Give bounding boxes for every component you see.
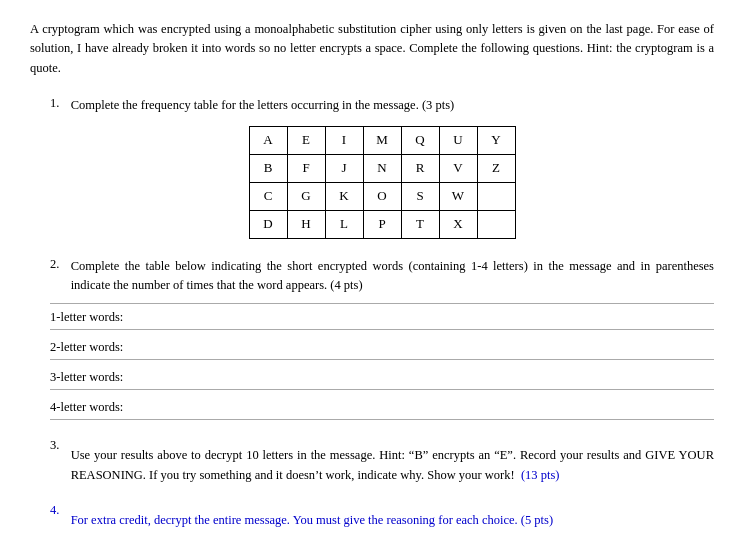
- freq-table-cell: O: [363, 182, 401, 210]
- freq-table-cell: S: [401, 182, 439, 210]
- intro-paragraph: A cryptogram which was encrypted using a…: [30, 20, 714, 78]
- q2-label: Complete the table below indicating the …: [71, 257, 714, 296]
- q3-number: 3.: [50, 438, 59, 453]
- word-row: 2-letter words:: [50, 334, 714, 360]
- freq-table-cell: E: [287, 126, 325, 154]
- freq-table-cell: C: [249, 182, 287, 210]
- freq-table-cell: M: [363, 126, 401, 154]
- freq-table-cell: Q: [401, 126, 439, 154]
- freq-table-cell: A: [249, 126, 287, 154]
- freq-table-cell: H: [287, 210, 325, 238]
- q2-number: 2.: [50, 257, 59, 272]
- freq-table-cell: [477, 210, 515, 238]
- frequency-table: AEIMQUYBFJNRVZCGKOSWDHLPTX: [249, 126, 516, 239]
- freq-table-cell: K: [325, 182, 363, 210]
- word-row-label: 3-letter words:: [50, 370, 180, 385]
- q3-text-black: Use your results above to decrypt 10 let…: [71, 448, 714, 481]
- freq-table-cell: N: [363, 154, 401, 182]
- freq-table-cell: J: [325, 154, 363, 182]
- word-row-label: 1-letter words:: [50, 310, 180, 325]
- q4-number: 4.: [50, 503, 59, 518]
- freq-table-cell: R: [401, 154, 439, 182]
- freq-table-cell: [477, 182, 515, 210]
- word-table-section: 1-letter words:2-letter words:3-letter w…: [50, 303, 714, 420]
- q3-label: Use your results above to decrypt 10 let…: [71, 446, 714, 485]
- question-3: 3. Use your results above to decrypt 10 …: [50, 438, 714, 485]
- freq-table-cell: T: [401, 210, 439, 238]
- q3-text-blue: (13 pts): [521, 468, 560, 482]
- freq-table-cell: I: [325, 126, 363, 154]
- freq-table-cell: D: [249, 210, 287, 238]
- freq-table-cell: Y: [477, 126, 515, 154]
- q1-number: 1.: [50, 96, 59, 111]
- freq-table-cell: G: [287, 182, 325, 210]
- word-row-label: 2-letter words:: [50, 340, 180, 355]
- word-row: 3-letter words:: [50, 364, 714, 390]
- freq-table-cell: V: [439, 154, 477, 182]
- q1-label: Complete the frequency table for the let…: [71, 96, 455, 115]
- word-row: 4-letter words:: [50, 394, 714, 420]
- question-2: 2. Complete the table below indicating t…: [50, 257, 714, 421]
- frequency-table-wrapper: AEIMQUYBFJNRVZCGKOSWDHLPTX: [50, 126, 714, 239]
- q4-label: For extra credit, decrypt the entire mes…: [71, 511, 554, 530]
- freq-table-cell: L: [325, 210, 363, 238]
- freq-table-cell: F: [287, 154, 325, 182]
- word-row-label: 4-letter words:: [50, 400, 180, 415]
- freq-table-cell: B: [249, 154, 287, 182]
- question-1: 1. Complete the frequency table for the …: [50, 96, 714, 238]
- freq-table-cell: U: [439, 126, 477, 154]
- question-4: 4. For extra credit, decrypt the entire …: [50, 503, 714, 530]
- freq-table-cell: X: [439, 210, 477, 238]
- freq-table-cell: P: [363, 210, 401, 238]
- freq-table-cell: Z: [477, 154, 515, 182]
- word-row: 1-letter words:: [50, 304, 714, 330]
- freq-table-cell: W: [439, 182, 477, 210]
